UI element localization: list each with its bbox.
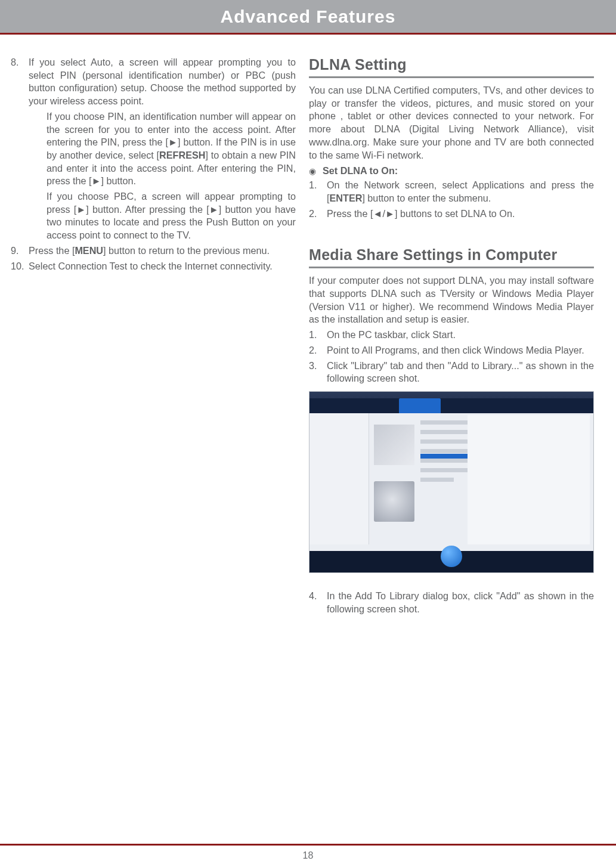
- screenshot-toolbar: [309, 398, 593, 413]
- left-ordered-list-cont: 9. Press the [MENU] button to return to …: [11, 244, 296, 273]
- list-number: 2.: [309, 208, 326, 221]
- list-text: On the Network screen, select Applicatio…: [327, 179, 594, 203]
- media-share-intro: If your computer does not support DLNA, …: [309, 274, 594, 326]
- sub-paragraph: If you choose PIN, an identification num…: [29, 110, 296, 188]
- wmp-screenshot: [309, 391, 594, 573]
- list-text: Select Connection Test to check the Inte…: [29, 261, 273, 271]
- dlna-intro: You can use DLNA Certified computers, TV…: [309, 84, 594, 162]
- list-text: Press the [◄/►] buttons to set DLNA to O…: [327, 208, 515, 219]
- list-item: 3. Click "Library" tab and then "Add to …: [309, 360, 594, 385]
- list-item: 4. In the Add To Library dialog box, cli…: [309, 590, 594, 615]
- page-number: 18: [0, 850, 616, 861]
- list-number: 1.: [309, 329, 326, 342]
- left-ordered-list: 8. If you select Auto, a screen will app…: [11, 56, 296, 108]
- screenshot-right-block: [468, 415, 590, 544]
- bullet-row: ◉ Set DLNA to On:: [309, 165, 594, 177]
- list-number: 8.: [11, 56, 27, 69]
- list-number: 1.: [309, 179, 326, 192]
- list-item: 2. Point to All Programs, and then click…: [309, 344, 594, 357]
- list-number: 4.: [309, 590, 326, 603]
- list-number: 10.: [11, 260, 27, 273]
- list-item: 2. Press the [◄/►] buttons to set DLNA t…: [309, 208, 594, 221]
- left-column: 8. If you select Auto, a screen will app…: [11, 56, 296, 618]
- media-share-heading: Media Share Settings in Computer: [309, 246, 594, 268]
- media-steps-b: 4. In the Add To Library dialog box, cli…: [309, 590, 594, 615]
- screenshot-play-button-icon: [441, 546, 462, 567]
- screenshot-album-art: [374, 481, 414, 522]
- list-number: 2.: [309, 344, 326, 357]
- content-area: 8. If you select Auto, a screen will app…: [0, 35, 616, 618]
- list-number: 3.: [309, 360, 326, 373]
- list-item: 10. Select Connection Test to check the …: [11, 260, 296, 273]
- bullet-dot-icon: ◉: [309, 165, 323, 176]
- right-column: DLNA Setting You can use DLNA Certified …: [309, 56, 594, 618]
- list-item: 8. If you select Auto, a screen will app…: [11, 56, 296, 108]
- list-text: In the Add To Library dialog box, click …: [327, 590, 594, 614]
- list-text: Press the [MENU] button to return to the…: [29, 245, 270, 256]
- list-item: 1. On the PC taskbar, click Start.: [309, 329, 594, 342]
- footer-rule: [0, 844, 616, 846]
- dlna-steps: 1. On the Network screen, select Applica…: [309, 179, 594, 220]
- sub-paragraph: If you choose PBC, a screen will appear …: [29, 190, 296, 242]
- screenshot-album-art: [374, 425, 414, 465]
- list-item: 1. On the Network screen, select Applica…: [309, 179, 594, 205]
- screenshot-left-pane: [309, 413, 369, 544]
- list-text: On the PC taskbar, click Start.: [327, 329, 456, 340]
- list-text: Point to All Programs, and then click Wi…: [327, 345, 584, 355]
- list-text: If you select Auto, a screen will appear…: [29, 57, 296, 106]
- list-item: 9. Press the [MENU] button to return to …: [11, 244, 296, 258]
- list-number: 9.: [11, 244, 27, 258]
- media-steps-a: 1. On the PC taskbar, click Start. 2. Po…: [309, 329, 594, 385]
- list-text: Click "Library" tab and then "Add to Lib…: [327, 360, 594, 384]
- screenshot-active-tab: [399, 398, 441, 413]
- header-band: Advanced Features: [0, 0, 616, 33]
- bullet-label: Set DLNA to On:: [323, 165, 398, 177]
- page-header-title: Advanced Features: [221, 7, 396, 26]
- dlna-heading: DLNA Setting: [309, 56, 594, 78]
